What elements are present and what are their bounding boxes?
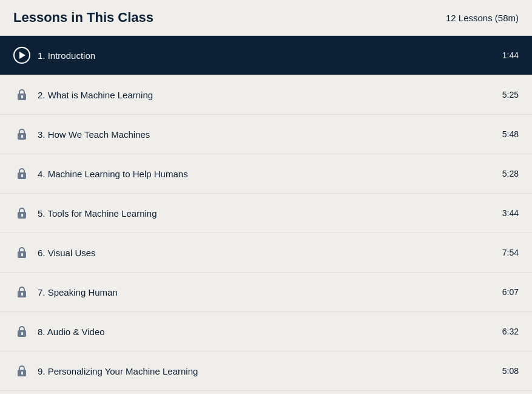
lesson-item[interactable]: 10. Ethics of Machine Learning5:32	[0, 390, 532, 394]
lesson-duration: 1:44	[502, 50, 519, 60]
lesson-item[interactable]: 1. Introduction1:44	[0, 35, 532, 75]
lesson-item[interactable]: 5. Tools for Machine Learning3:44	[0, 193, 532, 233]
lesson-duration: 3:44	[502, 208, 519, 218]
lesson-title: 1. Introduction	[38, 50, 495, 61]
lesson-title: 7. Speaking Human	[38, 287, 495, 297]
lesson-duration: 6:32	[502, 327, 519, 336]
lesson-item[interactable]: 6. Visual Uses7:54	[0, 233, 532, 272]
lesson-item[interactable]: 2. What is Machine Learning5:25	[0, 75, 532, 114]
lesson-item[interactable]: 8. Audio & Video6:32	[0, 311, 532, 351]
lesson-duration: 6:07	[502, 287, 519, 297]
lessons-list: 1. Introduction1:442. What is Machine Le…	[0, 35, 532, 394]
lock-icon	[13, 126, 30, 143]
lesson-title: 9. Personalizing Your Machine Learning	[38, 366, 495, 376]
lesson-item[interactable]: 4. Machine Learning to Help Humans5:28	[0, 154, 532, 193]
lock-icon	[13, 284, 30, 301]
lesson-title: 8. Audio & Video	[38, 327, 495, 337]
lesson-title: 4. Machine Learning to Help Humans	[38, 169, 495, 179]
lesson-duration: 5:48	[502, 129, 519, 139]
lesson-duration: 7:54	[502, 248, 519, 257]
lock-icon	[13, 165, 30, 182]
lesson-count: 12 Lessons (58m)	[446, 13, 519, 23]
lesson-duration: 5:25	[502, 90, 519, 100]
page-header: Lessons in This Class 12 Lessons (58m)	[0, 0, 532, 35]
lock-icon	[13, 205, 30, 222]
lesson-item[interactable]: 7. Speaking Human6:07	[0, 272, 532, 311]
lock-icon	[13, 362, 30, 379]
lock-icon	[13, 323, 30, 340]
lesson-duration: 5:28	[502, 169, 519, 178]
lesson-title: 5. Tools for Machine Learning	[38, 208, 495, 219]
lesson-title: 3. How We Teach Machines	[38, 129, 495, 140]
page-container: Lessons in This Class 12 Lessons (58m) 1…	[0, 0, 532, 394]
lock-icon	[13, 86, 30, 103]
lesson-duration: 5:08	[502, 366, 519, 376]
lesson-title: 2. What is Machine Learning	[38, 90, 495, 100]
page-title: Lessons in This Class	[13, 10, 153, 25]
play-icon	[13, 47, 30, 64]
lesson-item[interactable]: 3. How We Teach Machines5:48	[0, 114, 532, 154]
lesson-title: 6. Visual Uses	[38, 248, 495, 258]
lesson-item[interactable]: 9. Personalizing Your Machine Learning5:…	[0, 351, 532, 390]
lock-icon	[13, 244, 30, 261]
